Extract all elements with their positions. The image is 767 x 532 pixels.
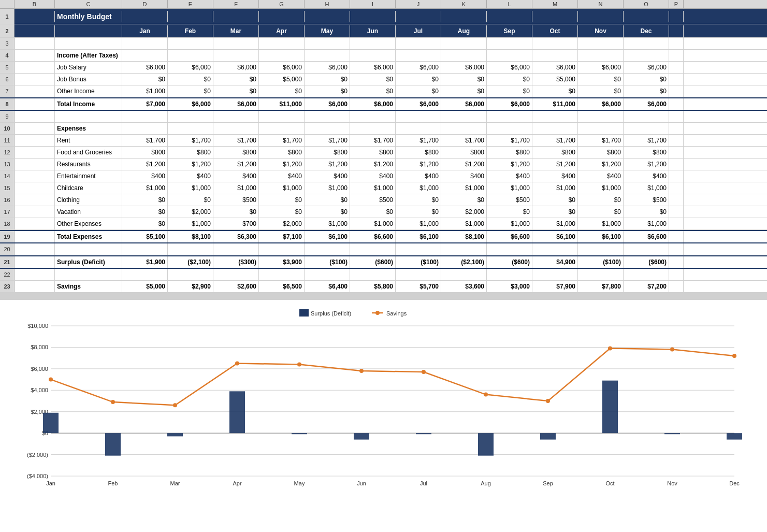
- cell-n8: $6,000: [578, 98, 624, 110]
- cell-h11: $1,700: [305, 135, 350, 146]
- cell-n4: [578, 50, 624, 61]
- cell-p4: [669, 50, 684, 61]
- cell-p12: [669, 147, 684, 158]
- cell-i7: $0: [350, 85, 396, 97]
- cell-d16: $0: [122, 194, 168, 206]
- cell-g8: $11,000: [259, 98, 305, 110]
- svg-point-36: [484, 393, 488, 397]
- svg-point-35: [422, 370, 426, 374]
- cell-l16: $500: [487, 194, 532, 206]
- column-headers: B C D E F G H I J K L M N O P: [0, 0, 767, 9]
- cell-e4: [168, 50, 213, 61]
- cell-b4: [15, 50, 55, 61]
- row-num-18: 18: [0, 218, 15, 229]
- svg-point-29: [49, 378, 53, 382]
- cell-d8: $7,000: [122, 98, 168, 110]
- svg-point-32: [235, 362, 239, 366]
- cell-n13: $1,200: [578, 159, 624, 170]
- cell-h2: May: [305, 25, 350, 37]
- row-7: 7Other Income$1,000$0$0$0$0$0$0$0$0$0$0$…: [0, 85, 767, 97]
- row-num-16: 16: [0, 194, 15, 206]
- cell-f8: $6,000: [213, 98, 259, 110]
- col-header-d: D: [122, 0, 168, 8]
- row-3: 3: [0, 38, 767, 50]
- cell-c10: Expenses: [55, 123, 122, 134]
- cell-f21: ($300): [213, 256, 259, 268]
- cell-m12: $800: [532, 147, 578, 158]
- row-num-17: 17: [0, 206, 15, 218]
- cell-o22: [624, 269, 669, 280]
- row-19: 19Total Expenses$5,100$8,100$6,300$7,100…: [0, 230, 767, 243]
- cell-m21: $4,900: [532, 256, 578, 268]
- svg-point-38: [608, 347, 612, 351]
- cell-j7: $0: [396, 85, 441, 97]
- cell-m20: [532, 243, 578, 255]
- cell-o17: $0: [624, 206, 669, 218]
- svg-point-56: [375, 311, 380, 315]
- cell-h4: [305, 50, 350, 61]
- svg-text:Aug: Aug: [481, 480, 491, 486]
- cell-c13: Restaurants: [55, 159, 122, 170]
- cell-l5: $6,000: [487, 62, 532, 73]
- cell-k23: $3,600: [441, 281, 487, 292]
- cell-k14: $400: [441, 170, 487, 182]
- svg-text:$8,000: $8,000: [31, 344, 48, 350]
- cell-d11: $1,700: [122, 135, 168, 146]
- row-num-2: 2: [0, 24, 15, 37]
- cell-g15: $1,000: [259, 182, 305, 194]
- row-14: 14Entertainment$400$400$400$400$400$400$…: [0, 170, 767, 182]
- cell-m5: $6,000: [532, 62, 578, 73]
- cell-e18: $1,000: [168, 218, 213, 229]
- svg-text:Apr: Apr: [233, 480, 241, 486]
- cell-j20: [396, 243, 441, 255]
- cell-l13: $1,200: [487, 159, 532, 170]
- cell-d1: [122, 11, 168, 22]
- row-15: 15Childcare$1,000$1,000$1,000$1,000$1,00…: [0, 182, 767, 194]
- cell-d9: [122, 111, 168, 122]
- cell-j1: [396, 11, 441, 22]
- cell-i21: ($600): [350, 256, 396, 268]
- svg-text:Jan: Jan: [46, 480, 55, 486]
- cell-p21: [669, 256, 684, 268]
- cell-o7: $0: [624, 85, 669, 97]
- cell-n10: [578, 123, 624, 134]
- cell-o4: [624, 50, 669, 61]
- cell-l17: $0: [487, 206, 532, 218]
- cell-p16: [669, 194, 684, 206]
- cell-f15: $1,000: [213, 182, 259, 194]
- cell-k10: [441, 123, 487, 134]
- cell-h17: $0: [305, 206, 350, 218]
- cell-e5: $6,000: [168, 62, 213, 73]
- cell-p11: [669, 135, 684, 146]
- row-num-14: 14: [0, 170, 15, 182]
- cell-f17: $0: [213, 206, 259, 218]
- cell-m17: $0: [532, 206, 578, 218]
- cell-g9: [259, 111, 305, 122]
- cell-f16: $500: [213, 194, 259, 206]
- cell-j18: $1,000: [396, 218, 441, 229]
- row-num-7: 7: [0, 85, 15, 97]
- svg-text:Nov: Nov: [667, 480, 677, 486]
- row-num-23: 23: [0, 281, 15, 292]
- col-header-j: J: [396, 0, 441, 8]
- cell-g4: [259, 50, 305, 61]
- cell-k17: $2,000: [441, 206, 487, 218]
- cell-h21: ($100): [305, 256, 350, 268]
- row-10: 10Expenses: [0, 123, 767, 135]
- cell-h5: $6,000: [305, 62, 350, 73]
- cell-g1: [259, 11, 305, 22]
- cell-n9: [578, 111, 624, 122]
- svg-text:Savings: Savings: [386, 310, 407, 317]
- cell-e13: $1,200: [168, 159, 213, 170]
- svg-rect-19: [167, 433, 183, 436]
- cell-n21: ($100): [578, 256, 624, 268]
- row-20: 20: [0, 243, 767, 255]
- cell-g19: $7,100: [259, 231, 305, 242]
- cell-i19: $6,600: [350, 231, 396, 242]
- row-num-22: 22: [0, 269, 15, 280]
- row-num-10: 10: [0, 123, 15, 134]
- cell-h7: $0: [305, 85, 350, 97]
- cell-l22: [487, 269, 532, 280]
- cell-p20: [669, 243, 684, 255]
- cell-b18: [15, 218, 55, 229]
